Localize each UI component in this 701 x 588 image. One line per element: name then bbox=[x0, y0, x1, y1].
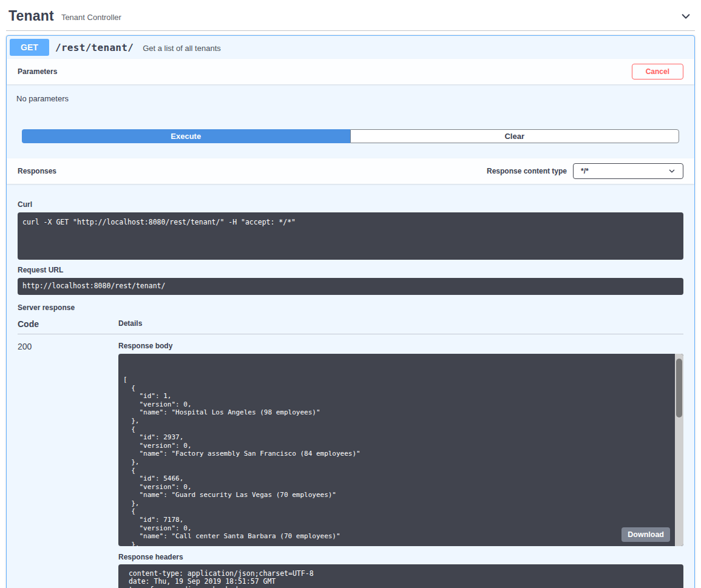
collapse-section-button[interactable] bbox=[680, 11, 691, 22]
server-response-table-head: Code Details bbox=[18, 319, 683, 334]
server-response-table: Code Details 200 Response body [ { "id":… bbox=[18, 319, 683, 588]
response-body-block: [ { "id": 1, "version": 0, "name": "Hosp… bbox=[118, 354, 683, 546]
status-code: 200 bbox=[18, 342, 118, 588]
endpoint-summary: Get a list of all tenants bbox=[143, 42, 221, 53]
no-parameters-text: No parameters bbox=[16, 94, 69, 103]
response-content-type-label: Response content type bbox=[487, 167, 567, 175]
response-body-json: [ { "id": 1, "version": 0, "name": "Hosp… bbox=[123, 376, 669, 546]
response-details-cell: Response body [ { "id": 1, "version": 0,… bbox=[118, 342, 683, 588]
tag-subtitle: Tenant Controller bbox=[61, 10, 121, 22]
responses-body: Curl curl -X GET "http://localhost:8080/… bbox=[7, 184, 694, 588]
tag-title: Tenant bbox=[8, 8, 54, 24]
server-response-label: Server response bbox=[18, 303, 683, 312]
tag-header: Tenant Tenant Controller bbox=[6, 0, 695, 31]
chevron-down-icon bbox=[680, 11, 691, 22]
scrollbar-thumb[interactable] bbox=[676, 359, 682, 417]
request-url-value: http://localhost:8080/rest/tenant/ bbox=[18, 278, 683, 295]
chevron-down-icon bbox=[668, 167, 676, 175]
opblock-get-tenant: GET /rest/tenant/ Get a list of all tena… bbox=[6, 35, 695, 588]
response-content-type-select[interactable]: */* bbox=[573, 163, 683, 179]
cancel-button[interactable]: Cancel bbox=[632, 64, 683, 79]
details-column-header: Details bbox=[118, 319, 683, 329]
parameters-title: Parameters bbox=[18, 67, 57, 76]
http-method-badge: GET bbox=[10, 39, 49, 56]
response-body-label: Response body bbox=[118, 342, 683, 350]
response-content-type-value: */* bbox=[581, 167, 589, 175]
responses-title: Responses bbox=[18, 167, 56, 175]
execute-button[interactable]: Execute bbox=[22, 129, 350, 143]
response-content-type-wrap: Response content type */* bbox=[487, 163, 683, 179]
scrollbar-track[interactable] bbox=[675, 354, 683, 546]
download-button[interactable]: Download bbox=[621, 527, 670, 542]
request-url-label: Request URL bbox=[18, 266, 683, 274]
curl-label: Curl bbox=[18, 200, 683, 209]
code-column-header: Code bbox=[18, 319, 118, 329]
clear-button[interactable]: Clear bbox=[350, 129, 680, 143]
curl-command[interactable]: curl -X GET "http://localhost:8080/rest/… bbox=[18, 212, 683, 260]
table-row: 200 Response body [ { "id": 1, "version"… bbox=[18, 334, 683, 588]
response-headers-label: Response headers bbox=[118, 553, 683, 561]
response-headers-value: content-type: application/json;charset=U… bbox=[118, 564, 683, 588]
endpoint-path-link[interactable]: /rest/tenant/ bbox=[55, 42, 134, 53]
responses-header: Responses Response content type */* bbox=[7, 158, 694, 184]
execute-wrapper: Execute Clear bbox=[7, 116, 694, 158]
parameters-body: No parameters bbox=[7, 84, 694, 116]
parameters-header: Parameters Cancel bbox=[7, 59, 694, 84]
opblock-summary[interactable]: GET /rest/tenant/ Get a list of all tena… bbox=[7, 36, 694, 59]
